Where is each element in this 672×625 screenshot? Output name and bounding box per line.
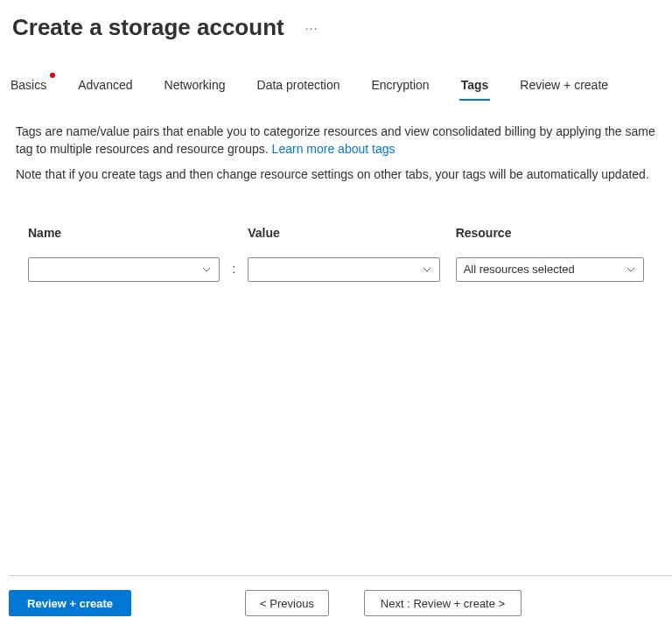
tab-label: Basics bbox=[10, 78, 46, 92]
column-resource: Resource All resources selected bbox=[456, 226, 644, 282]
note-text: Note that if you create tags and then ch… bbox=[16, 166, 656, 184]
tab-review-create[interactable]: Review + create bbox=[516, 71, 620, 102]
chevron-down-icon bbox=[626, 264, 636, 275]
tab-advanced[interactable]: Advanced bbox=[74, 71, 144, 102]
next-button[interactable]: Next : Review + create > bbox=[364, 590, 522, 616]
resource-select[interactable]: All resources selected bbox=[456, 257, 644, 282]
tab-encryption[interactable]: Encryption bbox=[368, 71, 442, 102]
review-create-button[interactable]: Review + create bbox=[9, 590, 131, 616]
column-value: Value bbox=[248, 226, 439, 282]
tab-label: Tags bbox=[461, 78, 489, 92]
tab-label: Networking bbox=[164, 78, 226, 92]
tag-name-input[interactable] bbox=[28, 257, 220, 282]
intro-text: Tags are name/value pairs that enable yo… bbox=[16, 123, 656, 158]
resource-column-header: Resource bbox=[456, 226, 644, 240]
tags-form: Name : Value Resource All resources sele… bbox=[16, 184, 656, 282]
tab-label: Data protection bbox=[257, 78, 340, 92]
tab-content: Tags are name/value pairs that enable yo… bbox=[0, 102, 672, 282]
wizard-footer: Review + create < Previous Next : Review… bbox=[9, 575, 672, 625]
chevron-down-icon bbox=[201, 264, 212, 275]
validation-dot-icon bbox=[50, 73, 55, 78]
previous-button[interactable]: < Previous bbox=[245, 590, 329, 616]
tab-label: Encryption bbox=[372, 78, 430, 92]
chevron-down-icon bbox=[422, 264, 432, 275]
name-column-header: Name bbox=[28, 226, 220, 240]
tab-networking[interactable]: Networking bbox=[161, 71, 238, 102]
value-column-header: Value bbox=[248, 226, 439, 240]
page-title: Create a storage account bbox=[12, 14, 284, 41]
page-header: Create a storage account ··· bbox=[0, 0, 672, 50]
tab-tags[interactable]: Tags bbox=[458, 71, 501, 102]
tab-label: Review + create bbox=[520, 78, 608, 92]
tag-value-input[interactable] bbox=[248, 257, 439, 282]
tab-basics[interactable]: Basics bbox=[7, 71, 59, 102]
wizard-tabs: Basics Advanced Networking Data protecti… bbox=[0, 71, 672, 102]
column-name: Name bbox=[28, 226, 220, 282]
separator: : bbox=[220, 226, 248, 276]
tab-label: Advanced bbox=[78, 78, 132, 92]
learn-more-link[interactable]: Learn more about tags bbox=[272, 142, 396, 156]
more-icon[interactable]: ··· bbox=[305, 21, 318, 35]
tab-data-protection[interactable]: Data protection bbox=[254, 71, 353, 102]
resource-value: All resources selected bbox=[464, 263, 575, 276]
